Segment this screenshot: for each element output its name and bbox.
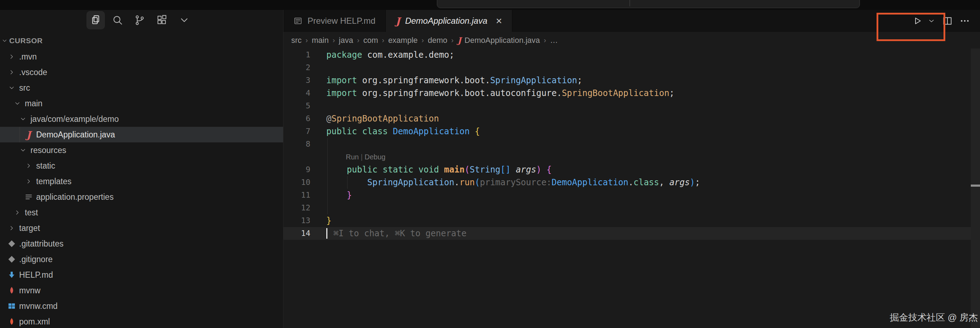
breadcrumb-item-java[interactable]: java [339,36,353,45]
tree-item-label: mvnw.cmd [19,301,58,311]
code-area[interactable]: 1package com.example.demo;23import org.s… [283,49,980,328]
code-token: args [516,165,536,175]
tree-item-gitignore[interactable]: .gitignore [0,252,283,267]
code-line-content: public class DemoApplication { [326,125,480,138]
tree-item-help-md[interactable]: HELP.md [0,267,283,283]
tree-item-mvnw[interactable]: mvnw [0,283,283,298]
code-token: import [326,75,357,85]
line-number: 7 [283,125,310,138]
breadcrumb-item-file[interactable]: DemoApplication.java [465,36,540,45]
breadcrumb-item-com[interactable]: com [363,36,378,45]
cursor-editor-window: CURSOR .mvn.vscodesrcmainjava/com/exampl… [0,0,980,328]
tree-item-pom-xml[interactable]: pom.xml [0,314,283,328]
code-token: public [326,126,357,136]
tree-item-application-properties[interactable]: application.properties [0,189,283,205]
breadcrumb-item-src[interactable]: src [291,36,302,45]
code-token: import [326,88,357,98]
markdown-preview-icon [293,16,302,25]
overview-ruler-cursor-marker [971,185,980,187]
tree-item-resources[interactable]: resources [0,142,283,158]
tab-preview-help-md[interactable]: Preview HELP.md [283,10,386,32]
line-number: 14 [283,227,310,240]
code-line-8: 8 [283,138,980,151]
tab-demoapplication-java[interactable]: JDemoApplication.java× [386,10,512,32]
code-line-content: package com.example.demo; [326,49,454,61]
tree-item-main[interactable]: main [0,96,283,111]
code-token: String [470,165,501,175]
tree-item-test[interactable]: test [0,205,283,220]
code-token: ) [536,165,541,175]
code-token [326,177,368,187]
line-number: 1 [283,49,310,61]
source-control-icon[interactable] [130,11,149,29]
more-views-chevron-icon[interactable] [175,11,193,29]
code-token: , [659,177,669,187]
code-token: class [633,177,659,187]
breadcrumb-separator: › [305,36,308,44]
tree-item-static[interactable]: static [0,158,283,174]
maven-file-icon [8,286,16,295]
cursor-caret [326,228,328,239]
editor-placeholder-hint: ⌘I to chat, ⌘K to generate [326,228,467,238]
tree-item-target[interactable]: target [0,220,283,236]
code-line-12: 12 [283,202,980,214]
code-line-5: 5 [283,100,980,112]
line-number: 12 [283,202,310,214]
chevron-right-icon [7,68,16,77]
code-token: ; [577,75,582,85]
file-icon-slot [7,239,16,248]
scrollbar-track[interactable] [971,49,980,328]
code-line-content: public static void main(String[] args) { [326,163,552,176]
code-line-content: @SpringBootApplication [326,112,439,125]
breadcrumb-separator: › [332,36,335,44]
code-lens-run-link[interactable]: Run [346,153,359,161]
code-token: primarySource: [480,177,552,187]
line-number: 4 [283,87,310,100]
tree-item-java-com-example-demo[interactable]: java/com/example/demo [0,111,283,127]
code-token: DemoApplication [393,126,470,136]
tree-item-demoapplication-java[interactable]: JDemoApplication.java [0,127,283,142]
tree-item-label: src [19,83,30,93]
watermark: 掘金技术社区 @ 房杰 [890,311,978,324]
close-icon[interactable]: × [496,16,503,26]
java-file-icon: J [27,129,31,140]
tree-item-label: static [36,161,55,171]
extensions-icon[interactable] [153,11,171,29]
breadcrumb-overflow[interactable]: … [550,36,558,45]
explorer-files-icon[interactable] [86,11,105,29]
java-file-icon: J [457,35,461,45]
breadcrumb-item-main[interactable]: main [312,36,329,45]
breadcrumb-item-example[interactable]: example [388,36,418,45]
tree-item-mvn[interactable]: .mvn [0,49,283,64]
code-token: [] [500,165,511,175]
maven-pom-file-icon [8,317,16,326]
code-line-14: 14⌘I to chat, ⌘K to generate [283,227,971,240]
chevron-right-icon [24,161,33,170]
line-number: 6 [283,112,310,125]
code-line-6: 6@SpringBootApplication [283,112,980,125]
command-center[interactable] [437,0,860,8]
tree-item-vscode[interactable]: .vscode [0,64,283,80]
tree-item-mvnw-cmd[interactable]: mvnw.cmd [0,298,283,314]
code-line-content: ⌘I to chat, ⌘K to generate [326,227,467,240]
code-lens: Run | Debug [346,151,385,163]
code-token: . [454,177,459,187]
tab-bar: Preview HELP.mdJDemoApplication.java× [283,10,980,32]
tree-item-templates[interactable]: templates [0,174,283,189]
code-token: run [460,177,475,187]
tree-item-label: test [25,208,38,218]
code-line-content: import org.springframework.boot.autoconf… [326,87,675,100]
properties-file-icon [24,193,33,201]
more-actions-button[interactable] [957,13,972,29]
code-token [388,126,393,136]
breadcrumb-item-demo[interactable]: demo [428,36,447,45]
markdown-file-icon [8,271,16,279]
search-icon[interactable] [108,11,127,29]
code-token: ; [695,177,700,187]
explorer-header[interactable]: CURSOR [0,33,43,49]
code-lens-debug-link[interactable]: Debug [364,153,385,161]
tree-item-src[interactable]: src [0,80,283,96]
code-line-content: } [326,189,352,202]
tree-item-gitattributes[interactable]: .gitattributes [0,236,283,252]
code-token: } [347,190,352,200]
